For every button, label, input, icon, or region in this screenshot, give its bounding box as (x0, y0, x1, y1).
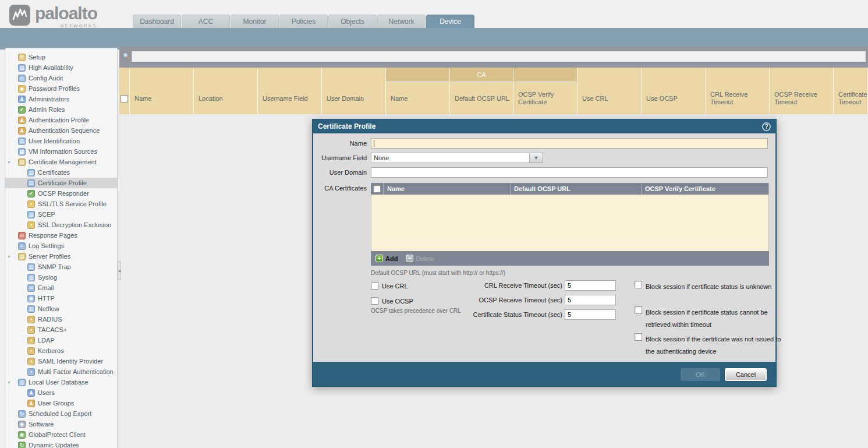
sidebar-item-saml-identity-provider[interactable]: ▪SAML Identity Provider (5, 356, 117, 366)
column-header-name[interactable]: Name (386, 68, 450, 114)
tab-device[interactable]: Device (426, 15, 474, 28)
sidebar-item-certificates[interactable]: ▤Certificates (5, 167, 117, 178)
sidebar-item-vm-information-sources[interactable]: ▦VM Information Sources (5, 146, 117, 157)
sidebar-item-netflow[interactable]: ▥Netflow (5, 304, 117, 314)
name-input[interactable] (371, 138, 768, 149)
ca-table-header: NameDefault OCSP URLOCSP Verify Certific… (371, 183, 769, 195)
sidebar-item-software[interactable]: ◉Software (5, 419, 117, 429)
sidebar-item-scheduled-log-export[interactable]: ↻Scheduled Log Export (5, 408, 117, 419)
sidebar-item-ssl-decryption-exclusion[interactable]: ▪SSL Decryption Exclusion (5, 220, 117, 230)
ca-column-header-default-ocsp-url[interactable]: Default OCSP URL (511, 183, 642, 195)
server-folder-icon: ▤ (18, 253, 26, 260)
sidebar-item-snmp-trap[interactable]: ▥SNMP Trap (5, 262, 117, 272)
sidebar-item-scep[interactable]: ▥SCEP (5, 209, 117, 220)
sidebar-item-user-groups[interactable]: ♟User Groups (5, 398, 117, 408)
status-timeout-input[interactable] (565, 309, 616, 320)
column-header-ocsp-verify-certificate[interactable]: OCSP Verify Certificate (513, 68, 578, 114)
plus-icon: + (375, 255, 383, 262)
tab-dashboard[interactable]: Dashboard (133, 15, 181, 28)
sidebar-item-user-identification[interactable]: ▥User Identification (5, 136, 117, 146)
sidebar-item-tacacs-[interactable]: ▪TACACS+ (5, 324, 117, 335)
column-header-crl-receive-timeout[interactable]: CRL Receive Timeout (706, 68, 770, 114)
search-input[interactable] (131, 51, 866, 62)
sidebar-item-password-profiles[interactable]: ◆Password Profiles (5, 83, 117, 94)
column-header-name[interactable]: Name (130, 68, 194, 114)
sidebar-item-certificate-profile[interactable]: ▤Certificate Profile (5, 178, 117, 188)
use-crl-checkbox[interactable] (371, 282, 378, 290)
help-icon[interactable]: ? (762, 122, 771, 131)
block-not-issued-checkbox[interactable] (635, 333, 642, 341)
sidebar-item-label: LDAP (38, 337, 55, 344)
sidebar-item-label: SCEP (38, 211, 55, 218)
sidebar-item-email[interactable]: ✉Email (5, 283, 117, 293)
user-db-icon: ▥ (18, 379, 26, 386)
tab-objects[interactable]: Objects (328, 15, 377, 28)
column-header-username-field[interactable]: Username Field (258, 68, 322, 114)
column-header-certificate-timeout[interactable]: Certificate Timeout (834, 68, 868, 114)
tab-policies[interactable]: Policies (279, 15, 328, 28)
paloalto-logo-icon (9, 5, 30, 26)
column-header-use-crl[interactable]: Use CRL (578, 68, 642, 114)
expand-triangle-icon[interactable]: ▼ (7, 255, 11, 259)
sidebar-item-log-settings[interactable]: ≡Log Settings (5, 241, 117, 251)
expand-triangle-icon[interactable]: ▼ (7, 380, 11, 384)
sidebar-item-setup[interactable]: ⚒Setup (5, 52, 117, 62)
sidebar-item-administrators[interactable]: ♟Administrators (5, 94, 117, 104)
ok-button[interactable]: OK (681, 368, 720, 381)
cancel-button[interactable]: Cancel (725, 368, 767, 381)
tab-acc[interactable]: ACC (182, 15, 230, 28)
sidebar-item-users[interactable]: ♟Users (5, 387, 117, 398)
tab-monitor[interactable]: Monitor (231, 15, 279, 28)
sidebar-item-syslog[interactable]: ▥Syslog (5, 272, 117, 283)
sidebar-item-dynamic-updates[interactable]: ↻Dynamic Updates (5, 440, 117, 448)
chevron-down-icon[interactable]: ▼ (529, 153, 543, 163)
sidebar-item-radius[interactable]: ▪RADIUS (5, 314, 117, 324)
sidebar-item-high-availability[interactable]: ▤High Availability (5, 62, 117, 73)
sidebar-item-ldap[interactable]: ▪LDAP (5, 335, 117, 345)
sidebar-item-authentication-sequence[interactable]: ♟Authentication Sequence (5, 125, 117, 136)
sidebar-collapse-handle[interactable]: ◀ (118, 261, 121, 280)
sidebar-item-local-user-database[interactable]: ▼▥Local User Database (5, 377, 117, 387)
sidebar-item-ocsp-responder[interactable]: ✔OCSP Responder (5, 188, 117, 199)
username-field-dropdown[interactable]: None ▼ (371, 153, 543, 163)
sidebar-item-server-profiles[interactable]: ▼▤Server Profiles (5, 251, 117, 262)
column-header-use-ocsp[interactable]: Use OCSP (642, 68, 706, 114)
expand-triangle-icon[interactable]: ▼ (7, 160, 11, 164)
sidebar-item-admin-roles[interactable]: ✔Admin Roles (5, 104, 117, 115)
select-all-checkbox[interactable] (121, 95, 128, 103)
sidebar-item-multi-factor-authentication[interactable]: ▪Multi Factor Authentication (5, 366, 117, 377)
tab-network[interactable]: Network (377, 15, 426, 28)
ocsp-timeout-input[interactable] (565, 295, 616, 305)
filter-toolbar (119, 47, 868, 68)
user-domain-input[interactable] (371, 167, 768, 178)
column-header-user-domain[interactable]: User Domain (322, 68, 386, 114)
sidebar-item-label: RADIUS (38, 316, 62, 323)
block-timeout-checkbox[interactable] (635, 306, 642, 314)
lock-icon: ▪ (27, 221, 35, 229)
sidebar-item-config-audit[interactable]: ◎Config Audit (5, 73, 117, 83)
sidebar-item-certificate-management[interactable]: ▼▤Certificate Management (5, 157, 117, 167)
id-card-icon: ▥ (18, 137, 26, 145)
sidebar-item-label: SSL/TLS Service Profile (38, 200, 107, 207)
ocsp-url-hint: Default OCSP URL (must start with http:/… (371, 270, 505, 276)
sidebar-item-response-pages[interactable]: ⊘Response Pages (5, 230, 117, 241)
sidebar-item-label: Admin Roles (29, 106, 65, 113)
ca-column-header-ocsp-verify-certificate[interactable]: OCSP Verify Certificate (642, 183, 769, 195)
ca-select-all-checkbox[interactable] (373, 185, 381, 193)
crl-timeout-input[interactable] (565, 280, 616, 291)
sidebar-item-globalprotect-client[interactable]: ◉GlobalProtect Client (5, 429, 117, 440)
ca-column-header-name[interactable]: Name (384, 183, 511, 195)
delete-button[interactable]: − Delete (406, 255, 434, 262)
sidebar-item-kerberos[interactable]: ▪Kerberos (5, 345, 117, 356)
sidebar-item-http[interactable]: ◉HTTP (5, 293, 117, 304)
add-button[interactable]: + Add (375, 255, 398, 262)
sidebar-item-authentication-profile[interactable]: ♟Authentication Profile (5, 115, 117, 125)
use-ocsp-checkbox[interactable] (371, 297, 378, 305)
column-header-default-ocsp-url[interactable]: Default OCSP URL (450, 68, 513, 114)
column-header-ocsp-receive-timeout[interactable]: OCSP Receive Timeout (770, 68, 834, 114)
column-header-location[interactable]: Location (194, 68, 258, 114)
sidebar-item-ssl-tls-service-profile[interactable]: ▪SSL/TLS Service Profile (5, 199, 117, 209)
auth-users-icon: ♟ (18, 117, 26, 124)
block-unknown-checkbox[interactable] (635, 281, 642, 288)
server-doc-icon: ▥ (27, 263, 35, 271)
